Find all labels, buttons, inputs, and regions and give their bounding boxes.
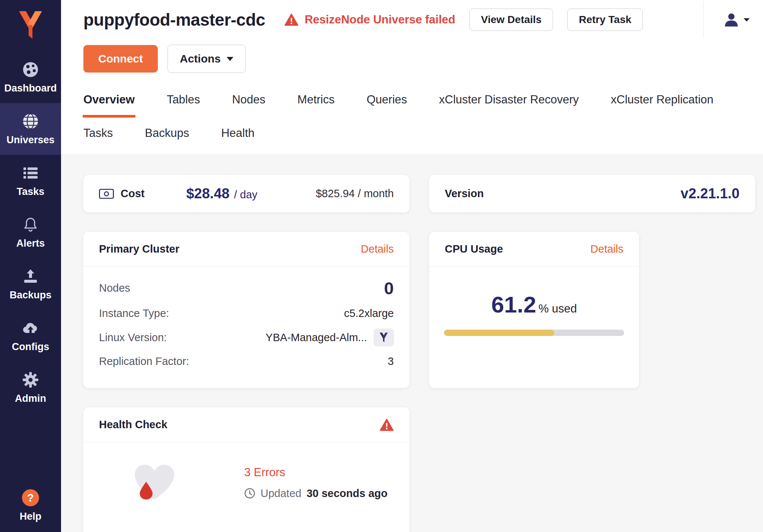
warning-triangle-icon bbox=[284, 13, 299, 26]
cluster-row-linux-version: Linux Version: YBA-Managed-Alm... bbox=[99, 329, 394, 346]
nodes-count-value: 0 bbox=[384, 278, 394, 298]
summary-cards-row: Cost $28.48 / day $825.94 / month Versio… bbox=[83, 175, 763, 212]
dashboard-icon bbox=[22, 61, 39, 78]
replication-factor-value: 3 bbox=[388, 355, 394, 368]
tab-health[interactable]: Health bbox=[221, 126, 255, 140]
sidebar-item-label: Help bbox=[20, 511, 42, 522]
cpu-usage-suffix: % used bbox=[539, 302, 577, 315]
sidebar-item-universes[interactable]: Universes bbox=[0, 103, 61, 155]
cluster-cards-row: Primary Cluster Details Nodes 0 Instance… bbox=[83, 232, 763, 388]
universe-title: puppyfood-master-cdc bbox=[83, 10, 265, 30]
cpu-usage-title: CPU Usage bbox=[445, 243, 503, 255]
sidebar-item-label: Backups bbox=[10, 289, 52, 301]
chevron-down-icon bbox=[227, 57, 233, 61]
tab-overview[interactable]: Overview bbox=[83, 93, 135, 118]
sidebar-item-help[interactable]: ? Help bbox=[0, 480, 61, 532]
sidebar-item-configs[interactable]: Configs bbox=[0, 310, 61, 362]
cost-monthly-value: $825.94 / month bbox=[316, 188, 394, 200]
sidebar-item-label: Admin bbox=[15, 393, 46, 404]
heart-with-drop-icon bbox=[132, 462, 177, 503]
version-card: Version v2.21.1.0 bbox=[429, 175, 755, 212]
primary-cluster-details-link[interactable]: Details bbox=[361, 243, 394, 255]
sidebar: Dashboard Universes Tasks Alerts bbox=[0, 0, 61, 532]
row-label: Linux Version: bbox=[99, 331, 167, 344]
yugabyte-logo-icon bbox=[16, 10, 45, 40]
health-updated-value: 30 seconds ago bbox=[307, 487, 388, 500]
sidebar-item-dashboard[interactable]: Dashboard bbox=[0, 51, 61, 103]
version-title: Version bbox=[445, 188, 484, 200]
cluster-row-replication-factor: Replication Factor: 3 bbox=[99, 355, 394, 368]
instance-type-value: c5.2xlarge bbox=[344, 307, 394, 320]
sidebar-item-admin[interactable]: Admin bbox=[0, 362, 61, 413]
globe-icon bbox=[22, 113, 39, 130]
yugabyte-mini-logo-icon bbox=[379, 332, 389, 343]
health-updated-label: Updated bbox=[261, 487, 301, 500]
health-updated-row: Updated 30 seconds ago bbox=[244, 487, 387, 500]
sidebar-item-label: Universes bbox=[6, 134, 54, 146]
header-top-row: puppyfood-master-cdc ResizeNode Universe… bbox=[83, 0, 763, 37]
help-icon: ? bbox=[22, 489, 39, 506]
retry-task-button[interactable]: Retry Task bbox=[567, 9, 643, 31]
actions-dropdown-button[interactable]: Actions bbox=[167, 45, 246, 73]
cluster-row-instance-type: Instance Type: c5.2xlarge bbox=[99, 307, 394, 320]
task-error-text: ResizeNode Universe failed bbox=[304, 13, 455, 26]
health-errors-link[interactable]: 3 Errors bbox=[244, 466, 387, 479]
yugabyte-logo[interactable] bbox=[0, 0, 61, 51]
tab-queries[interactable]: Queries bbox=[367, 93, 407, 118]
backups-upload-icon bbox=[22, 268, 39, 285]
tab-backups[interactable]: Backups bbox=[145, 126, 189, 140]
chevron-down-icon bbox=[744, 18, 750, 22]
row-label: Replication Factor: bbox=[99, 355, 189, 368]
primary-cluster-title: Primary Cluster bbox=[99, 243, 179, 255]
health-check-info: 3 Errors Updated 30 seconds ago bbox=[244, 466, 387, 500]
bell-icon bbox=[22, 216, 39, 233]
health-warning-triangle-icon bbox=[380, 419, 394, 431]
tab-metrics[interactable]: Metrics bbox=[297, 93, 335, 118]
health-cards-row: Health Check 3 Errors bbox=[83, 407, 763, 532]
cpu-usage-body: 61.2 % used bbox=[429, 267, 639, 336]
view-details-button[interactable]: View Details bbox=[469, 9, 553, 31]
cpu-usage-progress-fill bbox=[444, 330, 554, 336]
cost-card: Cost $28.48 / day $825.94 / month bbox=[83, 175, 409, 212]
tab-nodes[interactable]: Nodes bbox=[232, 93, 265, 118]
row-label: Instance Type: bbox=[99, 307, 169, 320]
sidebar-item-backups[interactable]: Backups bbox=[0, 258, 61, 310]
cluster-row-nodes: Nodes 0 bbox=[99, 278, 394, 298]
primary-cluster-body: Nodes 0 Instance Type: c5.2xlarge Linux … bbox=[83, 267, 409, 388]
linux-version-image-button[interactable] bbox=[374, 329, 394, 346]
sidebar-item-label: Configs bbox=[12, 341, 50, 353]
sidebar-spacer bbox=[0, 413, 61, 480]
sidebar-item-label: Tasks bbox=[17, 186, 45, 198]
tab-tables[interactable]: Tables bbox=[167, 93, 200, 118]
cloud-upload-icon bbox=[22, 320, 39, 337]
tab-xcluster-replication[interactable]: xCluster Replication bbox=[611, 93, 713, 118]
cpu-usage-details-link[interactable]: Details bbox=[590, 243, 623, 255]
health-check-header: Health Check bbox=[83, 407, 409, 442]
overview-content: Cost $28.48 / day $825.94 / month Versio… bbox=[61, 154, 763, 532]
cost-daily-unit: / day bbox=[234, 189, 258, 201]
main-area: puppyfood-master-cdc ResizeNode Universe… bbox=[61, 0, 763, 532]
tab-xcluster-disaster-recovery[interactable]: xCluster Disaster Recovery bbox=[439, 93, 579, 118]
cpu-usage-percent: 61.2 bbox=[491, 291, 536, 318]
sidebar-item-label: Alerts bbox=[16, 238, 45, 249]
row-label: Nodes bbox=[99, 282, 130, 294]
actions-label: Actions bbox=[180, 52, 221, 65]
linux-version-wrap: YBA-Managed-Alm... bbox=[266, 329, 394, 346]
linux-version-value: YBA-Managed-Alm... bbox=[266, 331, 367, 344]
task-error-badge: ResizeNode Universe failed bbox=[284, 13, 455, 26]
sidebar-item-alerts[interactable]: Alerts bbox=[0, 206, 61, 258]
cost-title: Cost bbox=[121, 188, 144, 200]
cost-daily: $28.48 / day bbox=[186, 186, 257, 202]
cpu-usage-progress-track bbox=[444, 330, 624, 336]
connect-button[interactable]: Connect bbox=[83, 45, 158, 73]
tab-tasks[interactable]: Tasks bbox=[83, 126, 113, 140]
user-avatar-icon bbox=[723, 11, 740, 28]
health-check-card: Health Check 3 Errors bbox=[83, 407, 409, 532]
primary-cluster-header: Primary Cluster Details bbox=[83, 232, 409, 267]
user-menu[interactable] bbox=[703, 1, 763, 38]
cpu-usage-value-row: 61.2 % used bbox=[491, 291, 577, 318]
sidebar-item-tasks[interactable]: Tasks bbox=[0, 155, 61, 206]
health-check-title: Health Check bbox=[99, 419, 167, 431]
version-value: v2.21.1.0 bbox=[681, 186, 740, 202]
health-check-body: 3 Errors Updated 30 seconds ago bbox=[83, 442, 409, 503]
